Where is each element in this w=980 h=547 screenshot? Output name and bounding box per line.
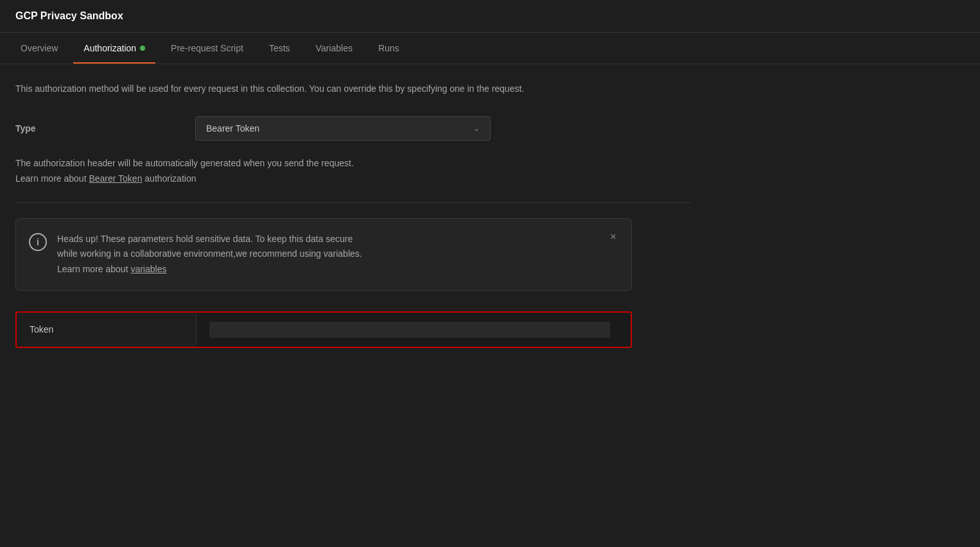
tab-pre-request-script[interactable]: Pre-request Script	[161, 33, 254, 64]
tab-authorization-label: Authorization	[83, 43, 136, 53]
info-icon-label: i	[37, 237, 39, 247]
tab-runs-label: Runs	[378, 43, 399, 53]
variables-link[interactable]: variables	[130, 264, 166, 274]
authorization-active-dot	[140, 46, 145, 51]
alert-box: i Heads up! These parameters hold sensit…	[15, 218, 632, 291]
info-icon: i	[29, 233, 47, 251]
app-title: GCP Privacy Sandbox	[15, 10, 123, 21]
main-content: This authorization method will be used f…	[0, 64, 706, 366]
bearer-token-info: The authorization header will be automat…	[15, 156, 691, 187]
info-line1: The authorization header will be automat…	[15, 158, 354, 168]
info-line2-prefix: Learn more about	[15, 173, 89, 184]
tab-pre-request-script-label: Pre-request Script	[171, 43, 243, 53]
token-row: Token ••••••••••••••••••••••••••••••••••…	[15, 311, 632, 348]
alert-line1: Heads up! These parameters hold sensitiv…	[57, 234, 353, 244]
type-dropdown[interactable]: Bearer Token ⌄	[195, 116, 491, 141]
chevron-down-icon: ⌄	[473, 124, 480, 133]
app-header: GCP Privacy Sandbox	[0, 0, 980, 33]
alert-content: Heads up! These parameters hold sensitiv…	[57, 232, 618, 277]
type-section: Type Bearer Token ⌄	[15, 116, 691, 141]
description-text: This authorization method will be used f…	[15, 82, 691, 96]
tab-authorization[interactable]: Authorization	[73, 33, 155, 64]
tab-tests-label: Tests	[269, 43, 290, 53]
tab-overview[interactable]: Overview	[10, 33, 68, 64]
tab-variables-label: Variables	[316, 43, 353, 53]
tab-bar: Overview Authorization Pre-request Scrip…	[0, 33, 980, 64]
section-divider	[15, 202, 691, 203]
alert-line2: while working in a collaborative environ…	[57, 248, 362, 259]
type-label: Type	[15, 123, 195, 134]
tab-tests[interactable]: Tests	[259, 33, 301, 64]
close-button[interactable]: ×	[606, 229, 621, 245]
info-line2-suffix: authorization	[142, 173, 196, 184]
close-icon: ×	[610, 231, 616, 243]
tab-runs[interactable]: Runs	[368, 33, 410, 64]
bearer-token-link[interactable]: Bearer Token	[89, 173, 142, 184]
token-label: Token	[17, 314, 197, 345]
token-masked-value: ••••••••••••••••••••••••••••••••••••••••…	[209, 322, 610, 338]
tab-variables[interactable]: Variables	[306, 33, 363, 64]
tab-overview-label: Overview	[21, 43, 58, 53]
token-value-field[interactable]: ••••••••••••••••••••••••••••••••••••••••…	[197, 313, 631, 347]
alert-line3-prefix: Learn more about	[57, 264, 130, 274]
type-dropdown-value: Bearer Token	[206, 123, 259, 134]
type-row: Type Bearer Token ⌄	[15, 116, 691, 141]
